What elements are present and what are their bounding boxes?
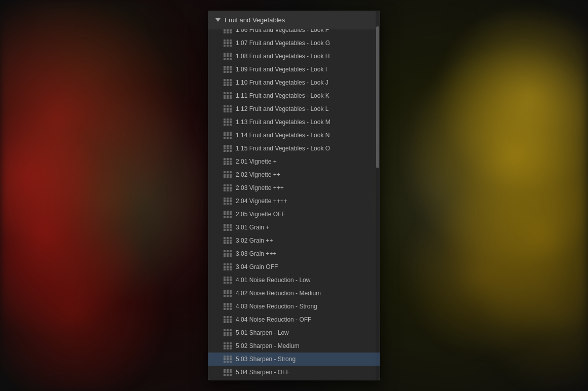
preset-icon <box>224 79 232 86</box>
preset-label: 4.04 Noise Reduction - OFF <box>236 315 311 324</box>
preset-label: 3.03 Grain +++ <box>236 249 276 258</box>
preset-icon <box>224 342 232 349</box>
preset-label: 5.04 Sharpen - OFF <box>236 368 290 377</box>
list-item[interactable]: 5.04 Sharpen - OFF <box>208 366 380 379</box>
preset-icon <box>224 356 232 363</box>
preset-icon <box>224 369 232 376</box>
preset-icon <box>224 277 232 284</box>
preset-icon <box>224 316 232 323</box>
list-item[interactable]: 3.04 Grain OFF <box>208 260 380 273</box>
preset-label: 1.12 Fruit and Vegetables - Look L <box>236 104 328 113</box>
preset-icon <box>224 29 232 33</box>
list-item[interactable]: 1.13 Fruit and Vegetables - Look M <box>208 115 380 129</box>
preset-icon <box>224 66 232 73</box>
preset-icon <box>224 171 232 178</box>
list-item[interactable]: 5.02 Sharpen - Medium <box>208 339 380 353</box>
list-item[interactable]: 2.02 Vignette ++ <box>208 168 380 181</box>
list-item[interactable]: 2.05 Vignette OFF <box>208 208 380 221</box>
preset-icon <box>224 132 232 139</box>
preset-label: 4.02 Noise Reduction - Medium <box>236 289 321 298</box>
preset-icon <box>224 303 232 310</box>
preset-label: 5.01 Sharpen - Low <box>236 328 289 337</box>
preset-label: 1.14 Fruit and Vegetables - Look N <box>236 131 329 140</box>
preset-icon <box>224 92 232 99</box>
list-item[interactable]: 4.01 Noise Reduction - Low <box>208 273 380 287</box>
panel-title: Fruit and Vegetables <box>225 16 285 24</box>
preset-label: 1.07 Fruit and Vegetables - Look G <box>236 38 330 48</box>
preset-label: 2.01 Vignette + <box>236 157 277 166</box>
preset-label: 4.03 Noise Reduction - Strong <box>236 302 317 311</box>
preset-label: 1.11 Fruit and Vegetables - Look K <box>236 91 329 100</box>
expand-icon <box>215 18 220 22</box>
list-item[interactable]: 4.04 Noise Reduction - OFF <box>208 313 380 326</box>
preset-label: 2.04 Vignette ++++ <box>236 197 287 206</box>
preset-icon <box>224 237 232 244</box>
preset-icon <box>224 53 232 60</box>
list-item[interactable]: 2.01 Vignette + <box>208 155 380 168</box>
list-item[interactable]: 1.07 Fruit and Vegetables - Look G <box>208 36 380 50</box>
preset-label: 2.05 Vignette OFF <box>236 210 285 219</box>
preset-label: 5.03 Sharpen - Strong <box>236 355 296 364</box>
preset-label: 1.09 Fruit and Vegetables - Look I <box>236 65 327 74</box>
list-item[interactable]: 3.01 Grain + <box>208 221 380 234</box>
preset-label: 3.04 Grain OFF <box>236 262 278 271</box>
preset-label: 1.15 Fruit and Vegetables - Look O <box>236 144 330 153</box>
preset-icon <box>224 184 232 191</box>
preset-icon <box>224 158 232 165</box>
list-item[interactable]: 2.04 Vignette ++++ <box>208 194 380 208</box>
preset-label: 1.13 Fruit and Vegetables - Look M <box>236 118 330 127</box>
preset-icon <box>224 329 232 336</box>
list-item[interactable]: 5.03 Sharpen - Strong <box>208 353 380 366</box>
preset-panel: Fruit and Vegetables 1.01 Fruit and Vege… <box>208 11 380 380</box>
preset-icon <box>224 250 232 257</box>
preset-label: 4.01 Noise Reduction - Low <box>236 276 310 285</box>
list-item[interactable]: 5.01 Sharpen - Low <box>208 326 380 339</box>
preset-icon <box>224 105 232 112</box>
preset-list[interactable]: 1.01 Fruit and Vegetables - Look A1.02 F… <box>208 29 380 380</box>
list-item[interactable]: 1.10 Fruit and Vegetables - Look J <box>208 76 380 89</box>
preset-icon <box>224 119 232 126</box>
list-item[interactable]: 1.08 Fruit and Vegetables - Look H <box>208 50 380 63</box>
preset-label: 1.08 Fruit and Vegetables - Look H <box>236 52 329 61</box>
list-item[interactable]: 2.03 Vignette +++ <box>208 181 380 194</box>
preset-icon <box>224 224 232 231</box>
list-item[interactable]: 1.15 Fruit and Vegetables - Look O <box>208 142 380 155</box>
preset-label: 2.02 Vignette ++ <box>236 170 280 179</box>
preset-label: 3.01 Grain + <box>236 223 269 232</box>
list-item[interactable]: 4.02 Noise Reduction - Medium <box>208 287 380 300</box>
list-item[interactable]: 1.12 Fruit and Vegetables - Look L <box>208 102 380 115</box>
preset-label: 1.06 Fruit and Vegetables - Look F <box>236 29 329 34</box>
preset-icon <box>224 211 232 218</box>
list-item[interactable]: 3.03 Grain +++ <box>208 247 380 260</box>
list-item[interactable]: 1.09 Fruit and Vegetables - Look I <box>208 63 380 76</box>
preset-icon <box>224 40 232 47</box>
list-item[interactable]: 3.02 Grain ++ <box>208 234 380 247</box>
preset-label: 3.02 Grain ++ <box>236 236 273 245</box>
preset-icon <box>224 145 232 152</box>
preset-label: 1.10 Fruit and Vegetables - Look J <box>236 78 328 87</box>
preset-label: 2.03 Vignette +++ <box>236 183 284 192</box>
preset-icon <box>224 263 232 270</box>
list-item[interactable]: 1.14 Fruit and Vegetables - Look N <box>208 129 380 142</box>
preset-icon <box>224 290 232 297</box>
preset-label: 5.02 Sharpen - Medium <box>236 341 299 350</box>
list-item[interactable]: 4.03 Noise Reduction - Strong <box>208 300 380 313</box>
list-item[interactable]: 1.11 Fruit and Vegetables - Look K <box>208 89 380 102</box>
preset-icon <box>224 198 232 205</box>
panel-header: Fruit and Vegetables <box>208 11 380 29</box>
list-item[interactable]: 1.06 Fruit and Vegetables - Look F <box>208 29 380 36</box>
